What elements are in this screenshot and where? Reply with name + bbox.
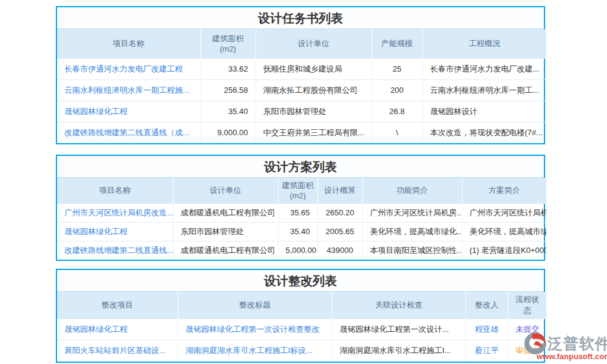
cell-text: 中交王府井第三工程局有限... xyxy=(256,122,371,143)
cell-text: 美化环境，提高城市绿化... xyxy=(362,222,462,241)
brand-name: 泛普软件 xyxy=(548,334,607,354)
cell-text: 美化环境，提高城市绿化... xyxy=(462,222,546,241)
column-header: 整改标题 xyxy=(178,292,332,319)
cell-text: 35.65 xyxy=(278,203,317,222)
column-header: 流程状态 xyxy=(508,292,546,319)
cell-link[interactable]: 晟铭园林绿化工程 xyxy=(57,101,200,122)
column-header: 建筑面积 (m2) xyxy=(200,29,256,58)
cell-text: 439000 xyxy=(317,241,362,260)
cell-text: 26.8 xyxy=(371,101,422,122)
cell-link[interactable]: 晟铭园林绿化工程 xyxy=(57,319,178,340)
cell-text: 东阳市园林管理处 xyxy=(256,101,371,122)
table-row: 晟铭园林绿化工程晟铭园林绿化工程第一次设计检查整改晟铭园林绿化工程第一次设计..… xyxy=(57,319,546,340)
cell-text: 湖南永拓工程股份有限公司 xyxy=(256,79,371,101)
cell-link[interactable]: 改建铁路线增建第二线直通线... xyxy=(57,241,173,260)
cell-text: 9,000.00 xyxy=(200,122,256,143)
cell-text: 云南水利枢纽潜明水库一期工... xyxy=(422,79,546,101)
cell-link[interactable]: 晟铭园林绿化工程 xyxy=(57,222,173,241)
table-title: 设计任务书列表 xyxy=(57,7,544,29)
column-header: 整改人 xyxy=(466,292,508,319)
table-row: 广州市天河区统计局机房改造...成都暖通机电工程有限公司35.652650.20… xyxy=(57,203,546,222)
cell-text: 33.62 xyxy=(200,58,256,79)
table-title: 设计方案列表 xyxy=(57,156,544,178)
data-table: 项目名称设计单位建筑面积 (m2)设计概算功能简介方案简介广州市天河区统计局机房… xyxy=(57,178,546,260)
table-row: 云南水利枢纽潜明水库一期工程施...256.58湖南永拓工程股份有限公司200云… xyxy=(57,79,546,101)
column-header: 关联设计检查 xyxy=(332,292,466,319)
cell-text: 5,000.00 xyxy=(278,241,317,260)
column-header: 工程概况 xyxy=(422,29,546,58)
cell-text: 晟铭园林设计 xyxy=(422,101,546,122)
cell-text: 本次改造，将现状变配电楼(7#... xyxy=(422,122,546,143)
cell-text: (1) 老营隧道段K0+000... xyxy=(462,241,546,260)
header-row: 项目名称建筑面积 (m2)设计单位产能规模工程概况 xyxy=(57,29,546,58)
cell-link[interactable]: 蔡江平 xyxy=(466,340,508,362)
table-row: 改建铁路线增建第二线直通线...成都暖通机电工程有限公司5,000.004390… xyxy=(57,241,546,260)
data-table: 整改项目整改标题关联设计检查整改人流程状态晟铭园林绿化工程晟铭园林绿化工程第一次… xyxy=(57,292,546,362)
cell-text: 东阳市园林管理处 xyxy=(173,222,278,241)
cell-text: 广州市天河区统计局机房... xyxy=(462,203,546,222)
cell-link[interactable]: 襄阳火车站站前片区基础设... xyxy=(57,340,178,362)
table-row: 晟铭园林绿化工程35.40东阳市园林管理处26.8晟铭园林设计 xyxy=(57,101,546,122)
cell-link[interactable]: 云南水利枢纽潜明水库一期工程施... xyxy=(57,79,200,101)
cell-link[interactable]: 长春市伊通河水力发电厂改建工程 xyxy=(57,58,200,79)
cell-text: 晟铭园林绿化工程第一次设计... xyxy=(332,319,466,340)
column-header: 项目名称 xyxy=(57,178,173,203)
column-header: 方案简介 xyxy=(462,178,546,203)
column-header: 整改项目 xyxy=(57,292,178,319)
cell-text: 广州市天河区统计局机房... xyxy=(362,203,462,222)
cell-text: 2650.20 xyxy=(317,203,362,222)
cell-text: \ xyxy=(371,122,422,143)
design-plan-list-table: 设计方案列表 项目名称设计单位建筑面积 (m2)设计概算功能简介方案简介广州市天… xyxy=(56,155,545,261)
column-header: 项目名称 xyxy=(57,29,200,58)
cell-text: 35.40 xyxy=(200,101,256,122)
cell-link[interactable]: 广州市天河区统计局机房改造... xyxy=(57,203,173,222)
design-rectification-list-table: 设计整改列表 整改项目整改标题关联设计检查整改人流程状态晟铭园林绿化工程晟铭园林… xyxy=(56,269,545,363)
table-row: 襄阳火车站站前片区基础设...湖南洞庭湖水库引水工程施工I标设...湖南洞庭湖水… xyxy=(57,340,546,362)
table-row: 改建铁路线增建第二线直通线（成...9,000.00中交王府井第三工程局有限..… xyxy=(57,122,546,143)
header-row: 项目名称设计单位建筑面积 (m2)设计概算功能简介方案简介 xyxy=(57,178,546,203)
table-row: 长春市伊通河水力发电厂改建工程33.62抚顺住房和城乡建设局25长春市伊通河水力… xyxy=(57,58,546,79)
cell-text: 35.40 xyxy=(278,222,317,241)
cell-text: 本项目南阳至城区控制性... xyxy=(362,241,462,260)
column-header: 设计概算 xyxy=(317,178,362,203)
cell-link[interactable]: 晟铭园林绿化工程第一次设计检查整改 xyxy=(178,319,332,340)
cell-link[interactable]: 程亚雄 xyxy=(466,319,508,340)
cell-text: 湖南洞庭湖水库引水工程施工I... xyxy=(332,340,466,362)
data-table: 项目名称建筑面积 (m2)设计单位产能规模工程概况长春市伊通河水力发电厂改建工程… xyxy=(57,29,546,143)
design-task-list-table: 设计任务书列表 项目名称建筑面积 (m2)设计单位产能规模工程概况长春市伊通河水… xyxy=(56,6,545,144)
table-row: 晟铭园林绿化工程东阳市园林管理处35.402005.65美化环境，提高城市绿化.… xyxy=(57,222,546,241)
column-header: 产能规模 xyxy=(371,29,422,58)
cell-text: 成都暖通机电工程有限公司 xyxy=(173,203,278,222)
cell-link[interactable]: 改建铁路线增建第二线直通线（成... xyxy=(57,122,200,143)
cell-text: 256.58 xyxy=(200,79,256,101)
cell-text: 200 xyxy=(371,79,422,101)
column-header: 功能简介 xyxy=(362,178,462,203)
cell-text: 抚顺住房和城乡建设局 xyxy=(256,58,371,79)
column-header: 建筑面积 (m2) xyxy=(278,178,317,203)
cell-text: 25 xyxy=(371,58,422,79)
header-row: 整改项目整改标题关联设计检查整改人流程状态 xyxy=(57,292,546,319)
column-header: 设计单位 xyxy=(256,29,371,58)
brand-url: www.fanpusoft.com xyxy=(537,352,607,361)
cell-text: 长春市伊通河水力发电厂改建... xyxy=(422,58,546,79)
cell-text: 2005.65 xyxy=(317,222,362,241)
cell-link[interactable]: 湖南洞庭湖水库引水工程施工I标设... xyxy=(178,340,332,362)
table-title: 设计整改列表 xyxy=(57,270,544,292)
cell-text: 成都暖通机电工程有限公司 xyxy=(173,241,278,260)
fanpu-watermark: 泛普软件 www.fanpusoft.com xyxy=(523,331,607,361)
column-header: 设计单位 xyxy=(173,178,278,203)
